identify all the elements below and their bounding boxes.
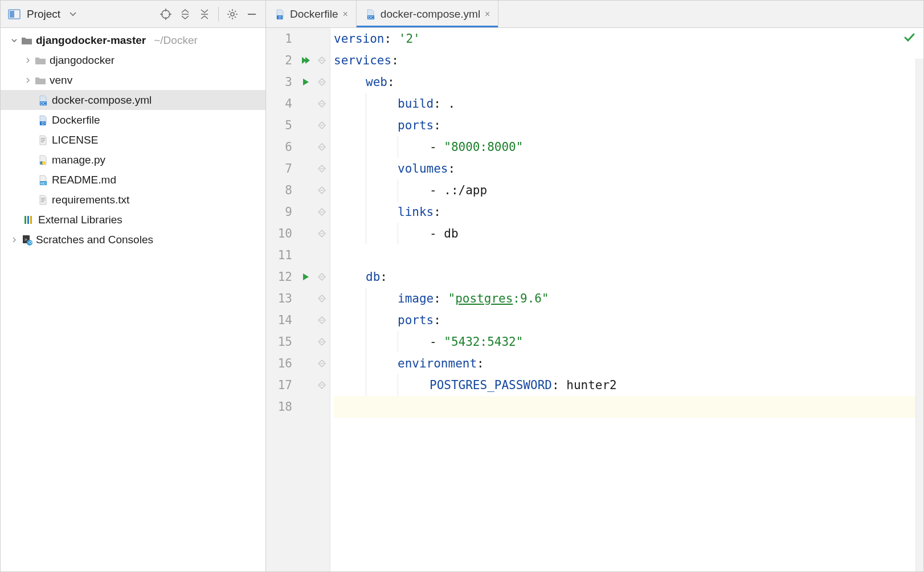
fold-icon[interactable] [314, 93, 330, 115]
gutter-cell [298, 28, 314, 50]
tree-scratches[interactable]: >_ Scratches and Consoles [1, 230, 265, 250]
fold-icon[interactable] [314, 136, 330, 158]
fold-icon[interactable] [314, 158, 330, 179]
gutter-cell [298, 331, 314, 353]
run-line-icon[interactable] [298, 71, 314, 93]
tree-file-label: docker-compose.yml [52, 94, 152, 107]
tree-file-dockerfile[interactable]: D Dockerfile [1, 110, 265, 130]
tree-file-docker-compose[interactable]: DC docker-compose.yml [1, 90, 265, 110]
settings-icon[interactable] [223, 5, 242, 23]
code-line[interactable]: - db [334, 223, 923, 244]
close-icon[interactable]: × [485, 9, 490, 19]
code-line[interactable]: version: '2' [334, 28, 923, 50]
fold-icon[interactable] [314, 288, 330, 309]
tree-file-manage-py[interactable]: manage.py [1, 150, 265, 170]
svg-rect-25 [30, 216, 32, 224]
chevron-down-icon[interactable] [9, 36, 20, 44]
gutter-cell [314, 396, 330, 418]
code-line[interactable]: - .:/app [334, 179, 923, 201]
gutter-cell [298, 288, 314, 309]
fold-icon[interactable] [314, 179, 330, 201]
line-number: 14 [266, 309, 292, 331]
tree-file-requirements[interactable]: requirements.txt [1, 190, 265, 210]
inspection-ok-icon[interactable] [903, 31, 915, 44]
run-line-icon[interactable] [298, 266, 314, 288]
code-line[interactable]: web: [334, 71, 923, 93]
code-line[interactable]: ports: [334, 115, 923, 136]
fold-icon[interactable] [314, 71, 330, 93]
code-line[interactable] [334, 396, 923, 418]
gutter-cell [298, 309, 314, 331]
hide-panel-icon[interactable] [243, 5, 261, 23]
gutter-cell [314, 28, 330, 50]
fold-icon[interactable] [314, 309, 330, 331]
tree-folder-label: venv [50, 74, 72, 87]
tab-docker-compose[interactable]: DC docker-compose.yml × [357, 1, 499, 27]
fold-icon[interactable] [314, 353, 330, 374]
tree-file-readme[interactable]: MD README.md [1, 170, 265, 190]
editor-tabs: D Dockerfile × DC docker-compose.yml × [266, 1, 923, 28]
python-file-icon [36, 154, 50, 166]
markdown-file-icon: MD [36, 174, 50, 186]
scrollbar[interactable] [915, 59, 923, 571]
fold-icon[interactable] [314, 266, 330, 288]
fold-icon[interactable] [314, 201, 330, 223]
line-number: 4 [266, 93, 292, 115]
line-number: 17 [266, 374, 292, 396]
code-line[interactable] [334, 244, 923, 266]
tree-root-path: ~/Docker [154, 34, 198, 47]
fold-icon[interactable] [314, 331, 330, 353]
close-icon[interactable]: × [342, 9, 347, 19]
code-content[interactable]: version: '2'services:web:build: .ports:-… [330, 28, 923, 571]
code-line[interactable]: volumes: [334, 158, 923, 179]
project-dropdown-icon[interactable] [64, 5, 82, 23]
chevron-right-icon[interactable] [22, 56, 34, 64]
gutter-cell [298, 244, 314, 266]
chevron-right-icon[interactable] [22, 76, 34, 84]
line-number: 18 [266, 396, 292, 418]
code-line[interactable]: image: "postgres:9.6" [334, 288, 923, 309]
code-line[interactable]: - "5432:5432" [334, 331, 923, 353]
editor-body[interactable]: 123456789101112131415161718 version: '2'… [266, 28, 923, 571]
line-number: 6 [266, 136, 292, 158]
code-line[interactable]: ports: [334, 309, 923, 331]
gutter-cell [298, 93, 314, 115]
code-line[interactable]: links: [334, 201, 923, 223]
code-line[interactable]: services: [334, 50, 923, 71]
gutter-cell [298, 396, 314, 418]
code-line[interactable]: db: [334, 266, 923, 288]
docker-compose-icon: DC [36, 95, 50, 106]
collapse-all-icon[interactable] [195, 5, 214, 23]
fold-icon[interactable] [314, 115, 330, 136]
tree-file-label: README.md [52, 174, 116, 186]
chevron-right-icon[interactable] [9, 236, 20, 244]
project-view-icon[interactable] [5, 5, 23, 23]
tab-dockerfile[interactable]: D Dockerfile × [266, 1, 357, 27]
expand-all-icon[interactable] [176, 5, 194, 23]
fold-icon[interactable] [314, 50, 330, 71]
run-line-icon[interactable] [298, 50, 314, 71]
sidebar-title[interactable]: Project [27, 8, 60, 21]
locate-icon[interactable] [157, 5, 175, 23]
tree-file-license[interactable]: LICENSE [1, 130, 265, 150]
tree-root-label: djangodocker-master [36, 34, 146, 47]
code-line[interactable]: - "8000:8000" [334, 136, 923, 158]
tree-root[interactable]: djangodocker-master ~/Docker [1, 30, 265, 50]
code-line[interactable]: POSTGRES_PASSWORD: hunter2 [334, 374, 923, 396]
code-line[interactable]: build: . [334, 93, 923, 115]
tree-folder[interactable]: djangodocker [1, 50, 265, 70]
fold-icon[interactable] [314, 223, 330, 244]
svg-point-17 [42, 161, 46, 165]
tree-folder[interactable]: venv [1, 70, 265, 90]
line-number: 16 [266, 353, 292, 374]
run-gutter [298, 28, 314, 571]
line-number: 2 [266, 50, 292, 71]
text-file-icon [36, 194, 50, 206]
tree-external-libraries[interactable]: External Libraries [1, 210, 265, 230]
fold-icon[interactable] [314, 374, 330, 396]
svg-point-7 [231, 13, 234, 16]
tree-file-label: LICENSE [52, 134, 98, 146]
svg-text:D: D [279, 15, 281, 19]
project-tree: djangodocker-master ~/Docker djangodocke… [1, 28, 265, 571]
code-line[interactable]: environment: [334, 353, 923, 374]
